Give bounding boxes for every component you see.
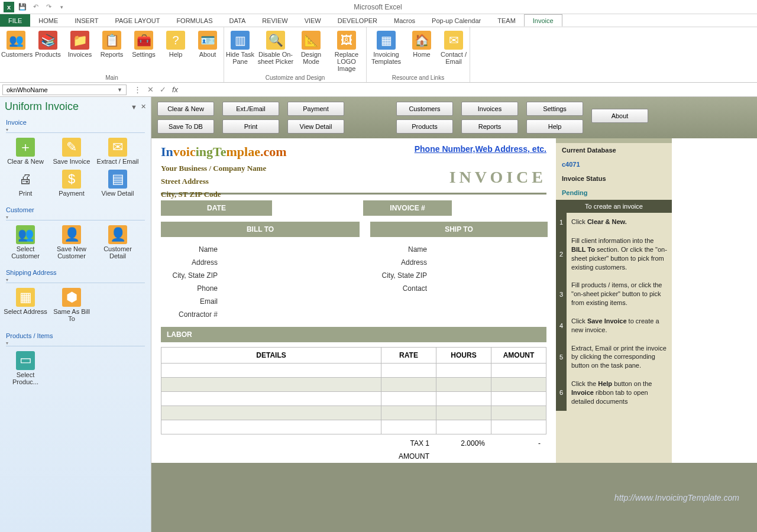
btn-help[interactable]: Help xyxy=(526,119,583,134)
save-icon[interactable]: 💾 xyxy=(18,2,27,12)
close-icon[interactable]: ✕ xyxy=(141,103,146,111)
chevron-down-icon[interactable]: ▼ xyxy=(117,87,122,93)
btn-print[interactable]: Print xyxy=(222,119,279,134)
ribbon-label: Design Mode xyxy=(301,51,321,65)
ribbon-customers[interactable]: 👥Customers xyxy=(0,30,32,58)
table-row[interactable] xyxy=(161,392,546,406)
step-number: 3 xyxy=(556,276,567,312)
table-row[interactable] xyxy=(161,364,546,378)
tab-popup-calendar[interactable]: Pop-up Calendar xyxy=(423,14,489,27)
tab-formulas[interactable]: FORMULAS xyxy=(168,14,221,27)
ribbon-reports[interactable]: 📋Reports xyxy=(96,30,128,58)
tp-payment[interactable]: $Payment xyxy=(48,167,95,199)
formula-input[interactable] xyxy=(185,84,757,96)
btn-invoices[interactable]: Invoices xyxy=(461,102,518,116)
tab-developer[interactable]: DEVELOPER xyxy=(329,14,386,27)
tp-select-customer[interactable]: 👥Select Customer xyxy=(2,223,48,262)
btn-about[interactable]: About xyxy=(591,109,648,123)
date-input[interactable] xyxy=(272,200,355,216)
ribbon-design-mode[interactable]: 📐Design Mode xyxy=(295,30,327,65)
tp-print[interactable]: 🖨Print xyxy=(2,167,48,199)
tp-section-shipping[interactable]: Shipping Address xyxy=(0,267,151,283)
tp-section-customer[interactable]: Customer xyxy=(0,204,151,220)
invoice-no-input[interactable] xyxy=(452,200,546,216)
person-icon: 👤 xyxy=(62,225,81,244)
ribbon-help[interactable]: ?Help xyxy=(160,30,192,58)
ribbon-replace-logo[interactable]: 🖼Replace LOGO Image xyxy=(327,30,366,72)
btn-customers[interactable]: Customers xyxy=(396,102,453,116)
tp-view-detail[interactable]: ▤View Detail xyxy=(95,167,141,199)
tax1-amount: - xyxy=(491,437,546,450)
tab-macros[interactable]: Macros xyxy=(386,14,423,27)
tp-customer-detail[interactable]: 👤Customer Detail xyxy=(95,223,141,262)
vertical-dots-icon[interactable]: ⋮ xyxy=(134,85,141,94)
contact-link[interactable]: Phone Number,Web Address, etc. xyxy=(415,144,546,160)
btn-payment[interactable]: Payment xyxy=(287,102,344,116)
ribbon-about[interactable]: 🪪About xyxy=(192,30,224,58)
labor-table: DETAILS RATE HOURS AMOUNT xyxy=(161,347,546,434)
btn-reports[interactable]: Reports xyxy=(461,119,518,134)
info-panel: Current Database c4071 Invoice Status Pe… xyxy=(556,138,672,463)
name-box[interactable]: oknWhoName ▼ xyxy=(2,85,127,95)
cancel-icon[interactable]: ✕ xyxy=(147,85,154,94)
tp-clear-new[interactable]: ＋Clear & New xyxy=(2,135,48,167)
table-row[interactable] xyxy=(161,420,546,434)
tp-save-invoice[interactable]: ✎Save Invoice xyxy=(48,135,95,167)
brand-logo: InvoicingTemplae.com xyxy=(161,144,287,160)
tab-file[interactable]: FILE xyxy=(0,14,30,27)
ribbon-settings[interactable]: 🧰Settings xyxy=(128,30,160,58)
chevron-down-icon[interactable]: ▼ xyxy=(131,103,137,111)
btn-ext-email[interactable]: Ext./Email xyxy=(222,102,279,116)
tab-page-layout[interactable]: PAGE LAYOUT xyxy=(106,14,168,27)
ribbon-group-resource: ▦Invoicing Templates 🏠Home ✉Contact / Em… xyxy=(367,27,470,82)
tp-select-product[interactable]: ▭Select Produc... xyxy=(2,349,48,388)
qat-dropdown-icon[interactable]: ▾ xyxy=(57,2,66,12)
confirm-icon[interactable]: ✓ xyxy=(160,85,166,94)
ribbon-invoicing-templates[interactable]: ▦Invoicing Templates xyxy=(367,30,406,65)
tp-extract-email[interactable]: ✉Extract / Email xyxy=(95,135,141,167)
tp-same-as-bill-to[interactable]: ⬢Same As Bill To xyxy=(48,286,95,325)
ribbon-contact-email[interactable]: ✉Contact / Email xyxy=(438,30,470,65)
tab-insert[interactable]: INSERT xyxy=(66,14,106,27)
tab-team[interactable]: TEAM xyxy=(489,14,524,27)
mail-icon: ✉ xyxy=(444,31,463,50)
redo-icon[interactable]: ↷ xyxy=(44,2,53,12)
db-value[interactable]: c4071 xyxy=(556,157,672,171)
undo-icon[interactable]: ↶ xyxy=(31,2,40,12)
excel-icon: x xyxy=(4,2,14,12)
fx-icon[interactable]: fx xyxy=(172,85,178,94)
tp-select-address[interactable]: ▦Select Address xyxy=(2,286,48,325)
ribbon-disable-picker[interactable]: 🔍Disable On-sheet Picker xyxy=(256,30,295,65)
btn-products[interactable]: Products xyxy=(396,119,453,134)
step-text: Extract, Email or print the invoice by c… xyxy=(567,339,672,375)
ship-name-label: Name xyxy=(370,245,435,254)
tp-save-new-customer[interactable]: 👤Save New Customer xyxy=(48,223,95,262)
th-rate: RATE xyxy=(381,348,436,364)
btn-clear-new[interactable]: Clear & New xyxy=(157,102,214,116)
ship-address-label: Address xyxy=(370,258,435,267)
table-row[interactable] xyxy=(161,406,546,420)
tp-section-products[interactable]: Products / Items xyxy=(0,330,151,346)
btn-view-detail[interactable]: View Detail xyxy=(287,119,344,134)
ribbon-home[interactable]: 🏠Home xyxy=(406,30,438,58)
ribbon-hide-task-pane[interactable]: ▥Hide Task Pane xyxy=(224,30,256,65)
ribbon-invoices[interactable]: 📁Invoices xyxy=(64,30,96,58)
tp-section-invoice[interactable]: Invoice xyxy=(0,116,151,133)
tax1-rate[interactable]: 2.000% xyxy=(435,437,491,450)
tab-view[interactable]: VIEW xyxy=(296,14,329,27)
table-row[interactable] xyxy=(161,378,546,392)
ship-city-label: City, State ZIP xyxy=(370,271,435,280)
tab-review[interactable]: REVIEW xyxy=(254,14,296,27)
btn-save-to-db[interactable]: Save To DB xyxy=(157,119,214,134)
tab-home[interactable]: HOME xyxy=(30,14,66,27)
tab-invoice[interactable]: Invoice xyxy=(524,14,562,27)
business-city[interactable]: City, ST ZIP Code xyxy=(161,188,546,201)
invoice-no-label: INVOICE # xyxy=(363,200,452,216)
tp-label: Print xyxy=(19,190,33,197)
status-value: Pending xyxy=(556,186,672,200)
product-icon: ▭ xyxy=(16,351,35,370)
ribbon-products[interactable]: 📚Products xyxy=(32,30,64,58)
tab-data[interactable]: DATA xyxy=(221,14,254,27)
step-item: 6Click the Help button on the Invoice ri… xyxy=(556,375,672,411)
btn-settings[interactable]: Settings xyxy=(526,102,583,116)
